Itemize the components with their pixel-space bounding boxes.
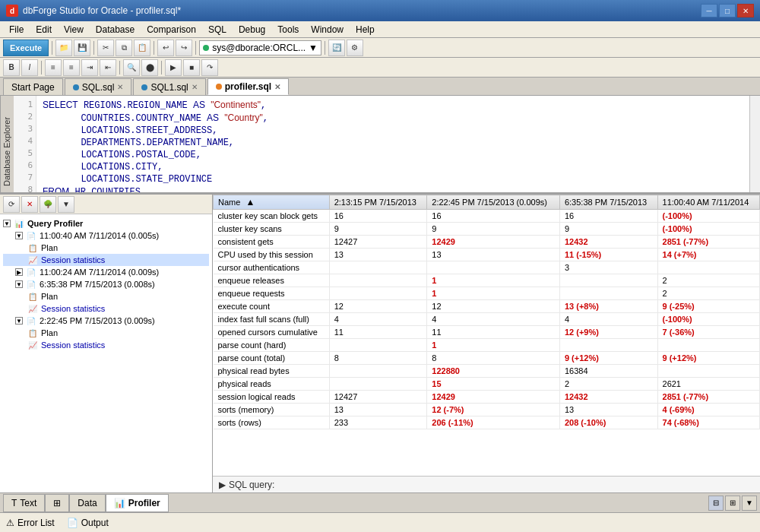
col-time1[interactable]: 2:13:15 PM 7/15/2013 (329, 195, 427, 210)
col-time3[interactable]: 6:35:38 PM 7/15/2013 (559, 195, 657, 210)
tree-node-4-session[interactable]: 📈 Session statistics (3, 339, 209, 351)
minimize-button[interactable]: ─ (701, 4, 717, 17)
tree-node-2[interactable]: ▶ 📄 11:00:24 AM 7/11/2014 (0.009s) (3, 266, 209, 278)
tree-expand-2[interactable]: ▶ (15, 268, 23, 276)
tab-close-icon[interactable]: ✕ (192, 83, 198, 91)
tb-italic[interactable]: I (21, 59, 38, 76)
profiler-table[interactable]: Name ▲ 2:13:15 PM 7/15/2013 2:22:45 PM 7… (213, 195, 760, 476)
tb-profiler-options[interactable]: ▼ (58, 196, 74, 213)
menu-comparison[interactable]: Comparison (141, 23, 202, 36)
editor-scrollbar[interactable] (749, 96, 760, 192)
connection-dropdown-icon[interactable]: ▼ (309, 43, 318, 53)
sql-editor[interactable]: Database Explorer 12345678 SELECT REGION… (0, 96, 760, 195)
tree-node-1-session[interactable]: 📈 Session statistics (3, 254, 209, 266)
row-name: sorts (rows) (214, 416, 330, 429)
format-toolbar: B I ≡ ≡ ⇥ ⇤ 🔍 ⬤ ▶ ■ ↷ (0, 58, 760, 78)
tab-text[interactable]: T Text (3, 494, 45, 512)
sql-code-editor[interactable]: SELECT REGIONS.REGION_NAME AS "Continent… (36, 96, 749, 192)
tb-open[interactable]: 📁 (55, 40, 72, 56)
expand-icon[interactable]: ▶ (219, 480, 226, 490)
tb-refresh[interactable]: 🔄 (328, 40, 345, 56)
tree-node-3[interactable]: ▼ 📄 6:35:38 PM 7/15/2013 (0.008s) (3, 278, 209, 290)
tb-paste[interactable]: 📋 (134, 40, 150, 56)
tree-expand-root[interactable]: ▼ (3, 220, 11, 227)
tb-profiler-stop[interactable]: ✕ (21, 196, 38, 213)
tb-cut[interactable]: ✂ (97, 40, 114, 56)
error-icon: ⚠ (6, 518, 14, 528)
row-v1: 12427 (329, 236, 427, 249)
menu-database[interactable]: Database (90, 23, 141, 36)
view-split-icon[interactable]: ⊟ (708, 496, 724, 511)
menu-help[interactable]: Help (350, 23, 381, 36)
tab-sql[interactable]: SQL.sql ✕ (65, 78, 132, 95)
error-list-status[interactable]: ⚠ Error List (6, 518, 55, 528)
tree-expand-3[interactable]: ▼ (15, 280, 23, 288)
tb-profiler-refresh[interactable]: ⟳ (3, 196, 20, 213)
tb-bold[interactable]: B (3, 59, 20, 76)
output-status[interactable]: 📄 Output (67, 518, 109, 528)
tree-node-3-session[interactable]: 📈 Session statistics (3, 302, 209, 315)
menu-view[interactable]: View (58, 23, 90, 36)
tree-node-4-plan[interactable]: 📋 Plan (3, 327, 209, 339)
close-button[interactable]: ✕ (737, 4, 754, 17)
maximize-button[interactable]: □ (719, 4, 736, 17)
tb-find[interactable]: 🔍 (123, 59, 140, 76)
table-row: sorts (memory) 13 12 (-7%) 13 4 (-69%) (214, 404, 760, 416)
tab-sql1[interactable]: SQL1.sql ✕ (133, 78, 205, 95)
app-title: dbForge Studio for Oracle - profiler.sql… (23, 5, 181, 16)
tab-close-active-icon[interactable]: ✕ (274, 83, 280, 91)
row-name: CPU used by this session (214, 249, 330, 261)
tb-save[interactable]: 💾 (74, 40, 90, 56)
connection-selector[interactable]: sys@dboracle:ORCL... ▼ (199, 40, 321, 55)
tab-profiler[interactable]: profiler.sql ✕ (207, 78, 289, 95)
row-v3: 12432 (559, 236, 657, 249)
tb-outdent[interactable]: ⇤ (100, 59, 116, 76)
menu-window[interactable]: Window (305, 23, 350, 36)
tb-redo[interactable]: ↪ (176, 40, 192, 56)
tab-start-page[interactable]: Start Page (3, 78, 63, 95)
tree-session-label: Session statistics (41, 255, 105, 264)
tab-close-icon[interactable]: ✕ (117, 83, 123, 91)
stats-table: Name ▲ 2:13:15 PM 7/15/2013 2:22:45 PM 7… (213, 195, 760, 429)
tb-step-over[interactable]: ↷ (201, 59, 218, 76)
menu-tools[interactable]: Tools (271, 23, 305, 36)
line-numbers: 12345678 (14, 96, 36, 192)
menu-sql[interactable]: SQL (202, 23, 233, 36)
tb-stop[interactable]: ■ (183, 59, 200, 76)
col-time2[interactable]: 2:22:45 PM 7/15/2013 (0.009s) (427, 195, 560, 210)
tree-node-1[interactable]: ▼ 📄 11:00:40 AM 7/11/2014 (0.005s) (3, 230, 209, 242)
tab-icon-sql (73, 84, 79, 90)
col-time4[interactable]: 11:00:40 AM 7/11/2014 (657, 195, 759, 210)
tb-undo[interactable]: ↩ (157, 40, 174, 56)
tb-align-left[interactable]: ≡ (45, 59, 62, 76)
tab-data[interactable]: Data (69, 494, 105, 512)
tree-expand-4[interactable]: ▼ (15, 317, 23, 325)
profiler-tree: ▼ 📊 Query Profiler ▼ 📄 11:00:40 AM 7/11/… (0, 214, 212, 492)
db-explorer-sidebar[interactable]: Database Explorer (0, 96, 14, 192)
menu-debug[interactable]: Debug (233, 23, 271, 36)
col-name[interactable]: Name ▲ (214, 195, 330, 210)
menu-edit[interactable]: Edit (30, 23, 58, 36)
tb-run[interactable]: ▶ (165, 59, 182, 76)
row-v4: 2851 (-77%) (657, 236, 759, 249)
view-full-icon[interactable]: ⊞ (725, 496, 740, 511)
tb-copy[interactable]: ⧉ (116, 40, 132, 56)
row-name: sorts (memory) (214, 404, 330, 416)
tree-node-1-plan[interactable]: 📋 Plan (3, 242, 209, 254)
tree-node-4[interactable]: ▼ 📄 2:22:45 PM 7/15/2013 (0.009s) (3, 315, 209, 327)
row-v2: 1 (427, 339, 560, 352)
tree-node-3-plan[interactable]: 📋 Plan (3, 290, 209, 302)
tab-profiler-bottom[interactable]: 📊 Profiler (106, 494, 169, 512)
tb-indent[interactable]: ⇥ (81, 59, 98, 76)
menu-file[interactable]: File (3, 23, 30, 36)
tab-grid[interactable]: ⊞ (45, 494, 69, 512)
tb-settings[interactable]: ⚙ (347, 40, 363, 56)
execute-button[interactable]: Execute (3, 40, 49, 56)
tb-align-center[interactable]: ≡ (63, 59, 80, 76)
tab-label: Start Page (11, 82, 55, 93)
tree-root[interactable]: ▼ 📊 Query Profiler (3, 217, 209, 230)
tb-profiler-tree[interactable]: 🌳 (40, 196, 56, 213)
view-extra-icon[interactable]: ▼ (742, 496, 757, 511)
tb-breakpoint[interactable]: ⬤ (141, 59, 158, 76)
tree-expand-1[interactable]: ▼ (15, 232, 23, 239)
